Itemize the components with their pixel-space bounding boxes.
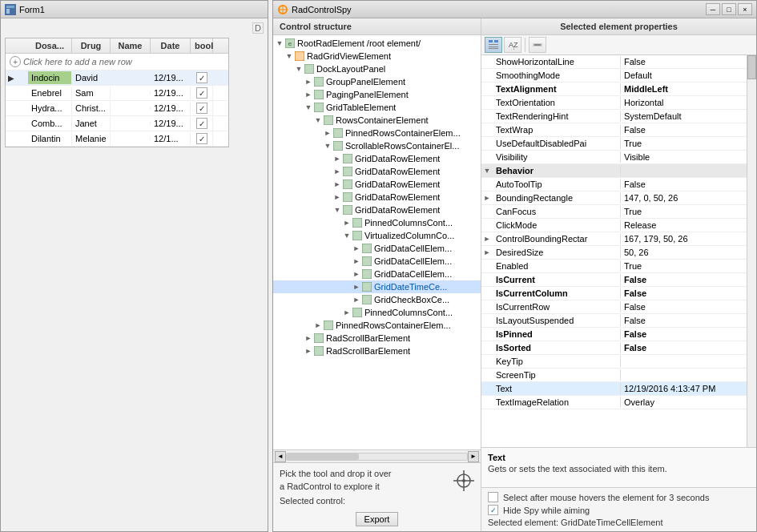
table-row[interactable]: Hydra... Christ... 12/19... ✓ [6,101,228,116]
collapse-btn[interactable]: D [252,22,264,34]
expand-icon-0[interactable]: ▼ [275,39,284,47]
col-header-drug[interactable]: Drug [72,38,111,53]
expand-icon-22[interactable]: ► [313,321,323,329]
expand-icon-8[interactable]: ▼ [323,142,332,150]
tree-node-19[interactable]: ► GridDateTimeCe... [273,280,481,293]
table-row[interactable]: ▶ Indocin David 12/19... ✓ [6,71,228,86]
expand-icon-15[interactable]: ▼ [342,232,352,240]
tree-node-9[interactable]: ► GridDataRowElement [273,152,481,165]
scrollbar-thumb[interactable] [747,55,756,79]
prop-row-16[interactable]: IsCurrentColumn False [481,287,747,300]
col-header-name[interactable]: Name [111,38,151,53]
expand-icon-17[interactable]: ► [352,257,361,265]
table-row[interactable]: Comb... Janet 12/19... ✓ [6,116,228,131]
prop-row-11[interactable]: ClickMode Release [481,219,747,232]
prop-row-14[interactable]: Enabled True [481,260,747,273]
prop-row-23[interactable]: Text 12/19/2016 4:13:47 PM [481,382,747,396]
tree-node-16[interactable]: ► GridDataCellElem... [273,242,481,255]
prop-row-3[interactable]: TextOrientation Horizontal [481,96,747,110]
table-row[interactable]: Dilantin Melanie 12/1... ✓ [6,131,228,147]
tree-node-14[interactable]: ► PinnedColumnsCont... [273,216,481,229]
scrollbar-thumb[interactable] [287,453,359,460]
expand-icon-2[interactable]: ▼ [294,65,304,73]
expand-icon-20[interactable]: ► [352,296,361,304]
scroll-right-button[interactable]: ► [468,451,479,462]
scroll-left-button[interactable]: ◄ [275,451,286,462]
tree-node-1[interactable]: ▼ RadGridViewElement [273,50,481,62]
table-row[interactable]: Enebrel Sam 12/19... ✓ [6,86,228,101]
expand-icon-7[interactable]: ► [323,129,332,137]
col-header-bool[interactable]: bool [191,38,213,53]
grid-add-row[interactable]: + Click here to add a new row [6,54,228,71]
tree-node-21[interactable]: ► PinnedColumnsCont... [273,306,481,319]
prop-row-24[interactable]: TextImageRelation Overlay [481,396,747,409]
expand-icon-6[interactable]: ▼ [313,116,323,124]
tree-node-10[interactable]: ► GridDataRowElement [273,165,481,178]
prop-row-15[interactable]: IsCurrent False [481,273,747,287]
expand-icon-14[interactable]: ► [342,219,352,227]
prop-row-21[interactable]: KeyTip [481,355,747,369]
prop-expand-12[interactable]: ► [481,235,493,243]
tree-node-22[interactable]: ► PinnedRowsContainerElem... [273,319,481,332]
expand-icon-13[interactable]: ▼ [332,206,342,214]
tree-node-20[interactable]: ► GridCheckBoxCe... [273,293,481,306]
tree-node-12[interactable]: ► GridDataRowElement [273,191,481,204]
tree-node-4[interactable]: ► PagingPanelElement [273,88,481,101]
tree-node-15[interactable]: ▼ VirtualizedColumnCo... [273,229,481,242]
tree-content[interactable]: ▼ e RootRadElement /root element/ ▼ RadG… [273,35,481,449]
tree-node-3[interactable]: ► GroupPanelElement [273,75,481,88]
prop-expand-13[interactable]: ► [481,248,493,256]
tree-node-11[interactable]: ► GridDataRowElement [273,178,481,191]
prop-row-19[interactable]: IsPinned False [481,328,747,341]
prop-row-6[interactable]: UseDefaultDisabledPai True [481,137,747,151]
expand-icon-1[interactable]: ▼ [284,52,294,60]
tree-node-18[interactable]: ► GridDataCellElem... [273,268,481,280]
tree-node-6[interactable]: ▼ RowsContainerElement [273,114,481,127]
col-header-dosa[interactable]: Dosa... [28,38,72,53]
prop-row-7[interactable]: Visibility Visible [481,151,747,164]
tree-scrollbar[interactable] [286,453,468,461]
prop-row-10[interactable]: CanFocus True [481,205,747,219]
expand-icon-21[interactable]: ► [342,308,352,316]
prop-row-22[interactable]: ScreenTip [481,369,747,382]
expand-icon-16[interactable]: ► [352,244,361,252]
tree-node-7[interactable]: ► PinnedRowsContainerElem... [273,127,481,139]
tree-node-17[interactable]: ► GridDataCellElem... [273,255,481,268]
expand-icon-11[interactable]: ► [332,180,342,188]
expand-icon-23[interactable]: ► [304,334,313,342]
hover-checkbox[interactable] [488,492,498,502]
tree-node-5[interactable]: ▼ GridTableElement [273,101,481,114]
crosshair-icon[interactable] [453,470,474,491]
prop-row-17[interactable]: IsCurrentRow False [481,300,747,314]
col-header-date[interactable]: Date [151,38,191,53]
sort-category-button[interactable] [485,37,502,53]
prop-row-8[interactable]: AutoToolTip False [481,178,747,191]
prop-row-5[interactable]: TextWrap False [481,123,747,137]
prop-row-12[interactable]: ► ControlBoundingRectar 167, 179, 50, 26 [481,232,747,246]
props-scrollbar[interactable] [747,55,756,447]
expand-icon-9[interactable]: ► [332,155,342,163]
tree-node-root[interactable]: ▼ e RootRadElement /root element/ [273,37,481,50]
tree-node-13[interactable]: ▼ GridDataRowElement [273,204,481,216]
tree-node-24[interactable]: ► RadScrollBarElement [273,345,481,357]
prop-row-9[interactable]: ► BoundingRectangle 147, 0, 50, 26 [481,191,747,205]
expand-icon-10[interactable]: ► [332,167,342,175]
export-button[interactable]: Export [356,512,399,526]
hide-checkbox[interactable]: ✓ [488,505,498,515]
tree-node-2[interactable]: ▼ DockLayoutPanel [273,62,481,75]
expand-icon-3[interactable]: ► [304,78,313,86]
tree-node-8[interactable]: ▼ ScrollableRowsContainerEl... [273,139,481,152]
close-button[interactable]: × [738,3,752,15]
expand-icon-18[interactable]: ► [352,270,361,278]
props-extra-button[interactable] [529,37,546,53]
prop-row-4[interactable]: TextRenderingHint SystemDefault [481,110,747,123]
minimize-button[interactable]: ─ [706,3,720,15]
prop-row-1[interactable]: SmoothingMode Default [481,69,747,83]
prop-row-0[interactable]: ShowHorizontalLine False [481,55,747,69]
expand-icon-5[interactable]: ▼ [304,103,313,111]
tree-node-23[interactable]: ► RadScrollBarElement [273,332,481,345]
sort-alpha-button[interactable]: AZ ↓ [504,37,521,53]
prop-row-13[interactable]: ► DesiredSize 50, 26 [481,246,747,260]
maximize-button[interactable]: □ [722,3,736,15]
expand-icon-19[interactable]: ► [352,283,361,291]
